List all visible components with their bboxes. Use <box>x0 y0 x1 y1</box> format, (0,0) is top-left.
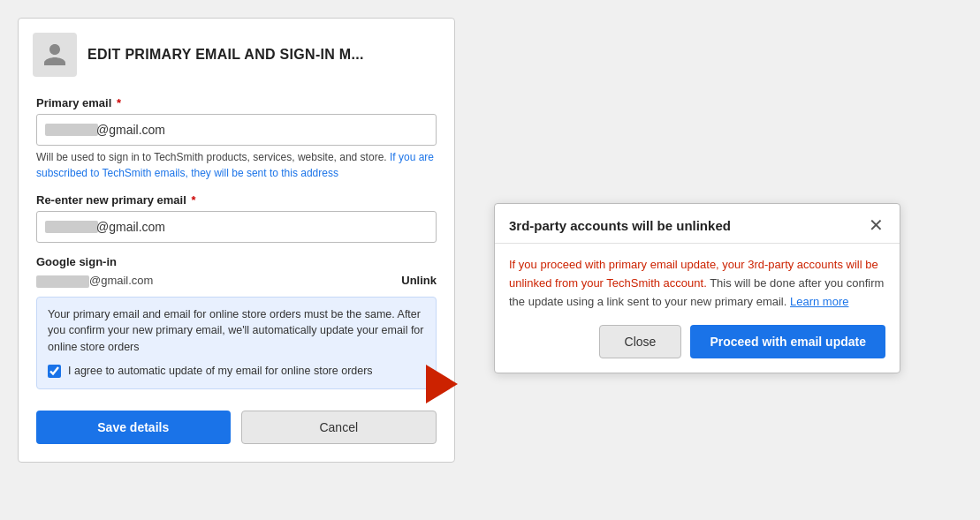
primary-email-input[interactable] <box>36 114 437 146</box>
close-x-button[interactable]: ✕ <box>867 216 885 234</box>
google-signin-email: @gmail.com <box>36 274 153 288</box>
google-signin-section: Google sign-in @gmail.com Unlink <box>36 255 437 288</box>
google-signin-label: Google sign-in <box>36 255 437 268</box>
info-box: Your primary email and email for online … <box>36 297 437 389</box>
confirm-body: If you proceed with primary email update… <box>495 244 900 325</box>
dialog-body: Primary email * @gmail.com Will be used … <box>19 87 454 389</box>
dialog-header: EDIT PRIMARY EMAIL AND SIGN-IN M... <box>19 19 454 87</box>
confirm-header: 3rd-party accounts will be unlinked ✕ <box>495 204 900 244</box>
arrow-icon <box>426 365 458 403</box>
google-signin-row: @gmail.com Unlink <box>36 274 437 288</box>
checkbox-label: I agree to automatic update of my email … <box>68 363 373 380</box>
re-enter-email-label: Re-enter new primary email * <box>36 193 437 207</box>
re-enter-email-input[interactable] <box>36 211 437 243</box>
re-enter-email-group: Re-enter new primary email * @gmail.com <box>36 193 437 243</box>
primary-email-group: Primary email * @gmail.com Will be used … <box>36 96 437 181</box>
edit-dialog: EDIT PRIMARY EMAIL AND SIGN-IN M... Prim… <box>18 18 455 463</box>
save-details-button[interactable]: Save details <box>36 411 231 444</box>
agree-checkbox[interactable] <box>48 365 61 378</box>
confirm-footer: Close Proceed with email update <box>495 325 900 373</box>
dialog-title: EDIT PRIMARY EMAIL AND SIGN-IN M... <box>87 47 364 63</box>
re-enter-input-wrapper: @gmail.com <box>36 211 437 243</box>
arrow-container <box>415 0 468 520</box>
primary-email-label: Primary email * <box>36 96 437 109</box>
close-button[interactable]: Close <box>599 325 682 358</box>
avatar-icon <box>33 33 77 77</box>
confirm-title: 3rd-party accounts will be unlinked <box>509 218 731 233</box>
dialog-footer: Save details Cancel <box>19 402 454 444</box>
primary-email-hint: Will be used to sign in to TechSmith pro… <box>36 149 437 181</box>
learn-more-link[interactable]: Learn more <box>790 295 848 308</box>
cancel-button[interactable]: Cancel <box>241 411 437 444</box>
page-container: EDIT PRIMARY EMAIL AND SIGN-IN M... Prim… <box>0 0 980 520</box>
primary-email-input-wrapper: @gmail.com <box>36 114 437 146</box>
checkbox-row: I agree to automatic update of my email … <box>48 363 425 380</box>
proceed-button[interactable]: Proceed with email update <box>690 325 885 358</box>
confirm-dialog: 3rd-party accounts will be unlinked ✕ If… <box>494 203 900 373</box>
